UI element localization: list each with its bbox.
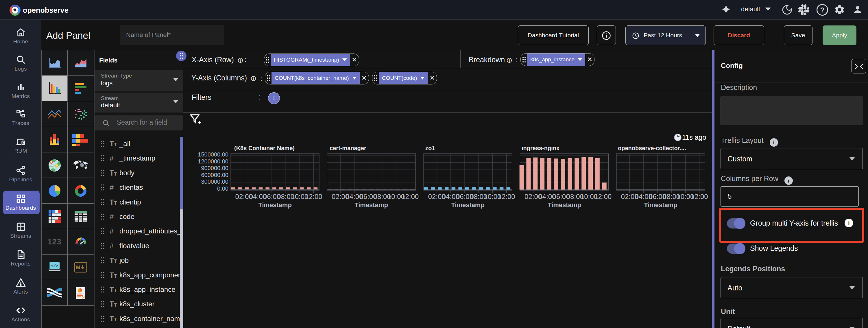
svg-text:600000.00: 600000.00 (201, 172, 228, 178)
svg-text:Timestamp: Timestamp (548, 201, 581, 209)
svg-text:900000.00: 900000.00 (201, 165, 228, 171)
svg-text:Timestamp: Timestamp (451, 201, 485, 209)
svg-text:zo1: zo1 (425, 145, 435, 151)
svg-text:(K8s Container Name): (K8s Container Name) (234, 145, 294, 151)
svg-text:12:00: 12:00 (305, 192, 322, 201)
svg-text:1500000.00: 1500000.00 (198, 151, 228, 158)
svg-text:M: M (76, 265, 81, 270)
svg-text:cert-manager: cert-manager (330, 145, 366, 151)
svg-text:12:00: 12:00 (691, 192, 708, 201)
svg-text:?: ? (820, 6, 825, 14)
svg-text:openobserve-collector....: openobserve-collector.... (618, 145, 686, 151)
svg-text:0.00: 0.00 (217, 185, 228, 192)
svg-text:1200000.00: 1200000.00 (198, 158, 228, 165)
svg-text:</>: </> (51, 264, 58, 268)
svg-text:12:00: 12:00 (401, 192, 419, 201)
svg-text:Timestamp: Timestamp (644, 201, 678, 209)
svg-text:12:00: 12:00 (498, 192, 515, 201)
svg-text:12:00: 12:00 (594, 192, 612, 201)
svg-text:Timestamp: Timestamp (354, 201, 388, 209)
svg-text:11s ago: 11s ago (682, 133, 706, 141)
svg-text:ingress-nginx: ingress-nginx (522, 145, 559, 151)
svg-text:300000.00: 300000.00 (201, 178, 228, 185)
svg-text:Timestamp: Timestamp (258, 201, 292, 209)
